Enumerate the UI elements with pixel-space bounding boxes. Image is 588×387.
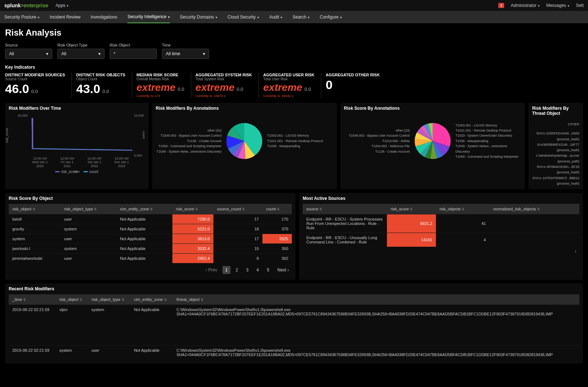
kpi-subtitle: Object Count xyxy=(76,77,125,81)
filter-row: Source All▾ Risk Object Type All▾ Risk O… xyxy=(5,43,583,59)
sort-icon[interactable] xyxy=(33,207,36,211)
sort-icon[interactable] xyxy=(150,207,153,211)
kpi-title: DISTINCT RISK OBJECTS xyxy=(76,73,125,77)
line-chart[interactable]: risk_score count 40,000 10,0005,000 12:0… xyxy=(9,114,145,168)
page-4[interactable]: 4 xyxy=(254,266,262,274)
column-header[interactable]: risk_object_type xyxy=(61,204,117,214)
nav-incident-review[interactable]: Incident Review xyxy=(50,11,81,23)
sort-icon[interactable] xyxy=(319,207,322,211)
column-header[interactable]: risk_score xyxy=(387,204,436,214)
sort-icon[interactable] xyxy=(462,207,465,211)
kpi-delta: 0.0 xyxy=(31,89,38,94)
kpi-subtitle: Overall Median Risk xyxy=(136,77,184,81)
pie-label: T1049 - System Netw...onnections Discove… xyxy=(156,149,221,154)
kpi-value: extreme xyxy=(263,82,302,93)
apps-menu[interactable]: Apps xyxy=(56,3,69,8)
column-header[interactable]: source_count xyxy=(213,204,262,214)
panel-title: Risk Modifiers Over Time xyxy=(9,106,145,111)
kpi-subtitle: Total User Risk xyxy=(263,77,314,81)
column-header[interactable]: cim_entity_zone xyxy=(130,294,173,305)
table-row[interactable]: jeremiahwortoskiuserNot Applicable2952.4… xyxy=(9,254,292,263)
recent-risk-modifiers-table[interactable]: _time risk_object risk_object_type cim_e… xyxy=(9,294,579,360)
panel-title: Risk Modifiers By Threat Object xyxy=(532,106,579,116)
pie-label: T1033 - System Owner/User Discovery xyxy=(456,133,521,138)
sort-icon[interactable] xyxy=(23,297,26,302)
prev-button[interactable]: ‹ Prev xyxy=(203,266,220,274)
x-tick: 12:00 AMWed Jan 12020 xyxy=(29,157,51,168)
nav-configure[interactable]: Configure xyxy=(320,11,342,23)
sort-icon[interactable] xyxy=(122,297,124,302)
column-header[interactable]: risk_object xyxy=(9,204,61,214)
column-header[interactable]: _time xyxy=(9,294,56,305)
column-header[interactable]: risk_score xyxy=(172,204,213,214)
filter-source-dropdown[interactable]: All▾ xyxy=(5,49,52,59)
table-row[interactable]: gravitysystemNot Applicable5221.018370 xyxy=(9,224,292,234)
column-header[interactable]: source xyxy=(303,204,387,214)
pie-chart[interactable] xyxy=(413,121,453,161)
column-header[interactable]: normalized_risk_objects xyxy=(490,204,579,214)
nav-search[interactable]: Search xyxy=(293,11,310,23)
table-row[interactable]: bstolluserNot Applicable7290.017170 xyxy=(9,214,292,224)
panel-title: Recent Risk Modifiers xyxy=(9,286,579,291)
table-row[interactable]: jwortoski-lsystemNot Applicable3032.4153… xyxy=(9,244,292,254)
sort-icon[interactable] xyxy=(277,207,280,211)
sort-icon[interactable] xyxy=(164,297,167,302)
chevron-down-icon: ▾ xyxy=(98,51,101,56)
page-5[interactable]: 5 xyxy=(264,266,272,274)
filter-time-dropdown[interactable]: All time▾ xyxy=(162,49,209,59)
sort-icon[interactable] xyxy=(242,207,245,211)
nav-audit[interactable]: Audit xyxy=(269,11,282,23)
scroll-right-icon[interactable]: › xyxy=(303,247,579,255)
sort-icon[interactable] xyxy=(195,207,198,211)
pie-chart[interactable] xyxy=(224,121,264,161)
kpi-title: AGGREGATED SYSTEM RISK xyxy=(196,73,252,77)
key-indicators-heading: Key Indicators xyxy=(5,65,583,70)
pie-label: other (31) xyxy=(156,128,221,133)
nav-cloud-security[interactable]: Cloud Security xyxy=(228,11,259,23)
page-1[interactable]: 1 xyxy=(222,266,231,274)
column-header[interactable]: threat_object xyxy=(173,294,579,305)
column-header[interactable]: risk_object xyxy=(56,294,88,305)
nav-investigations[interactable]: Investigations xyxy=(91,11,117,23)
next-button[interactable]: Next › xyxy=(274,266,292,274)
table-row[interactable]: Endpoint - RR - ESCU - Unusually Long Co… xyxy=(303,233,579,247)
administrator-menu[interactable]: Administrator xyxy=(511,3,540,8)
filter-risk-object-type-dropdown[interactable]: All▾ xyxy=(57,49,105,59)
kpi-current: Currently is: 174 xyxy=(136,94,184,98)
score-by-object-table[interactable]: risk_object risk_object_type cim_entity_… xyxy=(9,204,292,263)
table-row[interactable]: systemuserNot Applicable3613.0172625 xyxy=(9,234,292,244)
sort-icon[interactable] xyxy=(201,297,204,302)
column-header[interactable]: cim_entity_zone xyxy=(117,204,172,214)
panel-score-by-object: Risk Score By Object risk_object risk_ob… xyxy=(5,193,295,280)
messages-menu[interactable]: Messages xyxy=(546,3,569,8)
chevron-down-icon: ▾ xyxy=(46,51,48,56)
sort-icon[interactable] xyxy=(410,207,413,211)
sort-icon[interactable] xyxy=(79,297,82,302)
sort-icon[interactable] xyxy=(94,207,97,211)
threat-item: SHA1=5330FEDAD48...D683 (process_hash) xyxy=(532,131,579,142)
kpi-subtitle: Total System Risk xyxy=(196,77,252,81)
page-2[interactable]: 2 xyxy=(233,266,241,274)
pie-label: T1136 - Create Account xyxy=(156,138,221,144)
most-active-table[interactable]: source risk_score risk_objects normalize… xyxy=(303,204,579,247)
table-row[interactable]: 2019-08-22 02:21:59systemuserNot Applica… xyxy=(9,346,579,361)
page-3[interactable]: 3 xyxy=(243,266,252,274)
nav-security-posture[interactable]: Security Posture xyxy=(4,11,40,23)
threat-item: SHA1=10763476588CF...BB612 (process_hash… xyxy=(532,176,579,187)
column-header[interactable]: risk_object_type xyxy=(88,294,130,305)
table-row[interactable]: 2019-08-22 02:21:59vijeosystemNot Applic… xyxy=(9,305,579,346)
table-row[interactable]: Endpoint - RR - ESCU - System Processes … xyxy=(303,214,579,233)
nav-security-domains[interactable]: Security Domains xyxy=(180,11,217,23)
column-header[interactable]: risk_objects xyxy=(436,204,490,214)
kpi-title: AGGREGATED OTHER RISK xyxy=(326,73,380,77)
panel-modifiers-by-threat: Risk Modifiers By Threat Object OTHER SH… xyxy=(528,103,583,189)
filter-risk-object-input[interactable]: * xyxy=(110,49,157,59)
nav-bar: Security PostureIncident ReviewInvestiga… xyxy=(0,11,588,23)
filter-risk-object-type-label: Risk Object Type xyxy=(57,43,105,47)
kpi-card: DISTINCT MODIFIER SOURCES Source Count 4… xyxy=(5,73,72,98)
alert-badge[interactable]: 1 xyxy=(498,3,504,8)
settings-menu[interactable]: Sett xyxy=(576,3,584,8)
column-header[interactable]: count xyxy=(262,204,292,214)
nav-security-intelligence[interactable]: Security Intelligence xyxy=(127,11,170,23)
sort-icon[interactable] xyxy=(537,207,540,211)
